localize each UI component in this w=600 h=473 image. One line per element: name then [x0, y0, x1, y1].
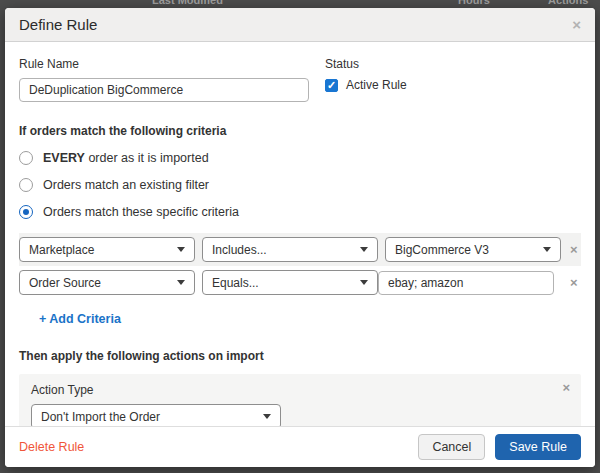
radio-existing-filter[interactable]	[19, 178, 33, 192]
radio-option-2[interactable]: Orders match these specific criteria	[19, 205, 581, 219]
modal-footer: Delete Rule Cancel Save Rule	[5, 426, 595, 467]
background-column-last-modified: Last Modified	[152, 0, 223, 6]
caret-down-icon	[177, 247, 185, 252]
criteria-row-2: Order Source Equals... ×	[19, 266, 581, 299]
caret-down-icon	[177, 280, 185, 285]
background-column-hours: Hours	[458, 0, 490, 6]
criteria-value-1: BigCommerce V3	[395, 243, 489, 257]
radio-every-order[interactable]	[19, 151, 33, 165]
radio-specific-criteria[interactable]	[19, 205, 33, 219]
modal-header: Define Rule ×	[5, 8, 595, 42]
radio-option-1[interactable]: Orders match an existing filter	[19, 178, 581, 192]
modal-body: Rule Name Status Active Rule If orders m…	[5, 42, 595, 470]
caret-down-icon	[360, 280, 368, 285]
criteria-operator-select-2[interactable]: Equals...	[202, 270, 378, 295]
add-criteria-link[interactable]: + Add Criteria	[39, 312, 121, 326]
radio-every-bold: EVERY	[43, 151, 85, 165]
rule-name-label: Rule Name	[19, 57, 311, 71]
action-type-value: Don't Import the Order	[41, 410, 160, 424]
define-rule-modal: Define Rule × Rule Name Status Active Ru…	[5, 8, 595, 467]
rule-name-input[interactable]	[19, 78, 309, 102]
criteria-field-select-1[interactable]: Marketplace	[19, 237, 195, 262]
modal-title: Define Rule	[19, 16, 97, 33]
actions-heading: Then apply the following actions on impo…	[19, 349, 581, 363]
caret-down-icon	[360, 247, 368, 252]
active-rule-checkbox[interactable]	[325, 79, 338, 92]
remove-criteria-icon-2[interactable]: ×	[570, 276, 578, 289]
criteria-row-1: Marketplace Includes... BigCommerce V3 ×	[19, 233, 581, 266]
radio-every-order-label: EVERY order as it is imported	[43, 151, 209, 165]
caret-down-icon	[543, 247, 551, 252]
delete-rule-link[interactable]: Delete Rule	[19, 440, 84, 454]
action-type-label: Action Type	[31, 383, 569, 397]
remove-action-icon[interactable]: ×	[562, 381, 570, 394]
criteria-field-value-1: Marketplace	[29, 243, 94, 257]
remove-criteria-icon-1[interactable]: ×	[570, 243, 578, 256]
cancel-button[interactable]: Cancel	[418, 434, 485, 460]
background-column-actions: Actions	[548, 0, 588, 6]
active-rule-label: Active Rule	[346, 78, 407, 92]
radio-specific-criteria-label: Orders match these specific criteria	[43, 205, 239, 219]
criteria-field-value-2: Order Source	[29, 276, 101, 290]
radio-option-0[interactable]: EVERY order as it is imported	[19, 151, 581, 165]
criteria-heading: If orders match the following criteria	[19, 124, 581, 138]
criteria-value-input-2[interactable]	[378, 271, 554, 295]
criteria-operator-value-1: Includes...	[212, 243, 267, 257]
radio-existing-filter-label: Orders match an existing filter	[43, 178, 209, 192]
criteria-operator-select-1[interactable]: Includes...	[202, 237, 378, 262]
criteria-operator-value-2: Equals...	[212, 276, 259, 290]
save-rule-button[interactable]: Save Rule	[495, 434, 581, 460]
radio-every-rest: order as it is imported	[85, 151, 209, 165]
caret-down-icon	[263, 414, 271, 419]
criteria-field-select-2[interactable]: Order Source	[19, 270, 195, 295]
close-icon[interactable]: ×	[572, 17, 581, 32]
criteria-value-select-1[interactable]: BigCommerce V3	[385, 237, 561, 262]
status-label: Status	[325, 57, 407, 71]
